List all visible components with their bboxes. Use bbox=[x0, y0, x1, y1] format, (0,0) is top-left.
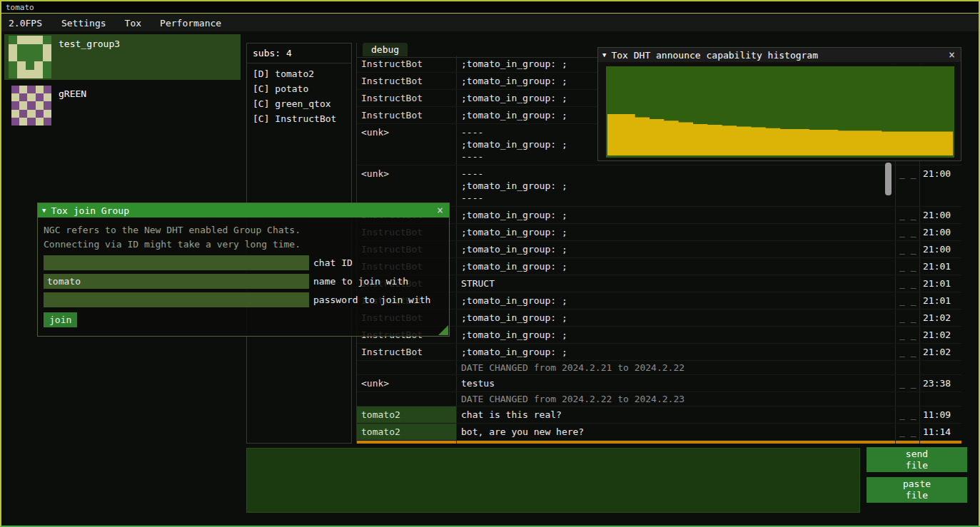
chat-cell-time: 21:02 bbox=[920, 309, 961, 326]
chat-cell-time: 21:02 bbox=[920, 344, 961, 360]
field-label: name to join with bbox=[313, 276, 408, 287]
chat-cell-msg: DATE CHANGED from 2024.2.22 to 2024.2.23 bbox=[457, 392, 896, 406]
chat-cell-msg: bot, are you new here? bbox=[457, 424, 896, 440]
menu-tox[interactable]: Tox bbox=[116, 18, 151, 29]
subs-member-list: [D] tomato2[C] potato[C] green_qtox[C] I… bbox=[247, 66, 351, 126]
close-icon[interactable]: × bbox=[947, 48, 956, 61]
chat-id-input[interactable] bbox=[44, 255, 309, 270]
chat-cell-name: InstructBot bbox=[357, 90, 457, 106]
group-item-test_group3[interactable]: test_group3 bbox=[4, 34, 241, 80]
resize-grip[interactable] bbox=[438, 325, 448, 335]
chat-cell-flags bbox=[896, 361, 920, 374]
field-label: password to join with bbox=[313, 295, 430, 305]
chat-cell-time: 23:38 bbox=[920, 375, 961, 392]
join-window-titlebar[interactable]: ▼ Tox join Group × bbox=[38, 203, 449, 218]
subs-member[interactable]: [C] green_qtox bbox=[247, 96, 351, 111]
histogram-window-title: Tox DHT announce capability histogram bbox=[611, 50, 947, 61]
chat-cell-time: 11:14 bbox=[920, 424, 961, 440]
chat-row[interactable]: tomato2chat is this real?_ _11:09 bbox=[357, 406, 961, 424]
chat-cell-flags: _ _ bbox=[896, 327, 920, 343]
join-button[interactable]: join bbox=[44, 312, 77, 327]
chat-row[interactable]: DATE CHANGED from 2024.2.21 to 2024.2.22 bbox=[357, 361, 961, 375]
chat-cell-flags: _ _ bbox=[896, 241, 920, 257]
group-name: gREEN bbox=[59, 88, 86, 99]
chat-cell-msg: ---- ;tomato_in_group: ; ---- bbox=[457, 165, 896, 206]
chat-cell-time: 21:00 bbox=[920, 224, 961, 240]
chat-cell-time: 21:00 bbox=[920, 241, 961, 257]
histogram-plot bbox=[606, 66, 954, 158]
paste-file-button[interactable]: paste file bbox=[867, 477, 967, 503]
group-name: test_group3 bbox=[59, 39, 120, 49]
menubar: 2.0FPS Settings Tox Performance bbox=[1, 14, 979, 31]
close-icon[interactable]: × bbox=[435, 204, 445, 217]
titlebar: tomato bbox=[1, 1, 979, 14]
chat-cell-msg: ;tomato_in_group: ; bbox=[457, 309, 896, 326]
chat-cell-msg: ;tomato_in_group: ; bbox=[457, 207, 896, 223]
chat-row[interactable]: InstructBot;tomato_in_group: ;_ _21:02 bbox=[357, 344, 961, 361]
subs-member[interactable]: [C] InstructBot bbox=[247, 111, 351, 126]
chat-cell-name bbox=[357, 361, 457, 374]
chat-cell-name: InstructBot bbox=[357, 344, 457, 360]
chat-row[interactable]: DATE CHANGED from 2024.2.22 to 2024.2.23 bbox=[357, 392, 961, 406]
chat-cell-name: tomato2 bbox=[357, 406, 457, 423]
chat-cell-time: 21:02 bbox=[920, 327, 961, 343]
chat-cell-time bbox=[920, 392, 961, 406]
join-password-input[interactable] bbox=[44, 292, 309, 307]
menu-settings[interactable]: Settings bbox=[52, 18, 116, 29]
chat-cell-msg: ;tomato_in_group: ; bbox=[457, 292, 896, 309]
join-window-body: NGC refers to the New DHT enabled Group … bbox=[38, 218, 449, 336]
chat-row[interactable]: <unk>---- ;tomato_in_group: ; ----_ _21:… bbox=[357, 165, 961, 207]
join-window-title: Tox join Group bbox=[51, 205, 435, 216]
join-info-line: NGC refers to the New DHT enabled Group … bbox=[44, 223, 443, 237]
chat-cell-flags: _ _ bbox=[896, 292, 920, 309]
chat-cell-time: 21:01 bbox=[920, 292, 961, 309]
chat-cell-flags: _ _ bbox=[896, 258, 920, 275]
tab-debug[interactable]: debug bbox=[363, 43, 408, 56]
app-window: tomato 2.0FPS Settings Tox Performance t… bbox=[0, 0, 980, 527]
chat-cell-msg: No, I've been in this group for quite so… bbox=[457, 441, 896, 444]
menu-performance[interactable]: Performance bbox=[151, 18, 231, 29]
chat-cell-time: 21:00 bbox=[920, 207, 961, 223]
chat-cell-msg: ;tomato_in_group: ; bbox=[457, 327, 896, 343]
chat-cell-flags: _ _ bbox=[896, 424, 920, 440]
histogram-window: ▼ Tox DHT announce capability histogram … bbox=[597, 47, 961, 161]
chat-scrollbar[interactable] bbox=[885, 163, 891, 195]
join-info-line: Connecting via ID might take a very long… bbox=[44, 237, 443, 252]
send-file-button[interactable]: send file bbox=[867, 447, 967, 472]
subs-separator bbox=[247, 63, 351, 63]
histogram-window-body bbox=[598, 62, 961, 160]
chat-cell-time: 21:00 bbox=[920, 165, 961, 206]
chat-cell-time: 21:01 bbox=[920, 275, 961, 292]
histogram-window-titlebar[interactable]: ▼ Tox DHT announce capability histogram … bbox=[598, 48, 961, 62]
fps-counter: 2.0FPS bbox=[1, 18, 52, 29]
chat-cell-time: 11:15 bbox=[920, 441, 961, 444]
message-input[interactable] bbox=[246, 448, 860, 513]
group-avatar bbox=[11, 86, 51, 126]
collapse-icon[interactable]: ▼ bbox=[42, 207, 46, 214]
chat-cell-time: 21:01 bbox=[920, 258, 961, 275]
chat-cell-flags: d bbox=[896, 441, 920, 444]
chat-cell-name: InstructBot bbox=[357, 73, 457, 89]
chat-cell-name: InstructBot bbox=[357, 56, 457, 72]
chat-cell-msg: ;tomato_in_group: ; bbox=[457, 344, 896, 360]
chat-row[interactable]: tomato2bot, are you new here?_ _11:14 bbox=[357, 424, 961, 441]
chat-row[interactable]: <unk>testus_ _23:38 bbox=[357, 375, 961, 392]
chat-cell-name: <unk> bbox=[357, 165, 457, 206]
chat-cell-flags: _ _ bbox=[896, 275, 920, 292]
chat-row[interactable]: InstructBotNo, I've been in this group f… bbox=[357, 441, 961, 444]
chat-cell-name: tomato2 bbox=[357, 424, 457, 440]
chat-cell-name: <unk> bbox=[357, 375, 457, 392]
join-name-input[interactable] bbox=[44, 274, 309, 289]
chat-cell-flags bbox=[896, 392, 920, 406]
window-title: tomato bbox=[6, 3, 34, 12]
chat-cell-msg: chat is this real? bbox=[457, 406, 896, 423]
chat-cell-name: <unk> bbox=[357, 124, 457, 165]
chat-cell-name: InstructBot bbox=[357, 441, 457, 444]
subs-member[interactable]: [D] tomato2 bbox=[247, 66, 351, 81]
subs-member[interactable]: [C] potato bbox=[247, 81, 351, 96]
chat-cell-time: 11:09 bbox=[920, 406, 961, 423]
field-label: chat ID bbox=[313, 257, 353, 268]
join-group-window: ▼ Tox join Group × NGC refers to the New… bbox=[37, 203, 450, 337]
group-item-green[interactable]: gREEN bbox=[4, 83, 241, 128]
collapse-icon[interactable]: ▼ bbox=[602, 51, 606, 58]
